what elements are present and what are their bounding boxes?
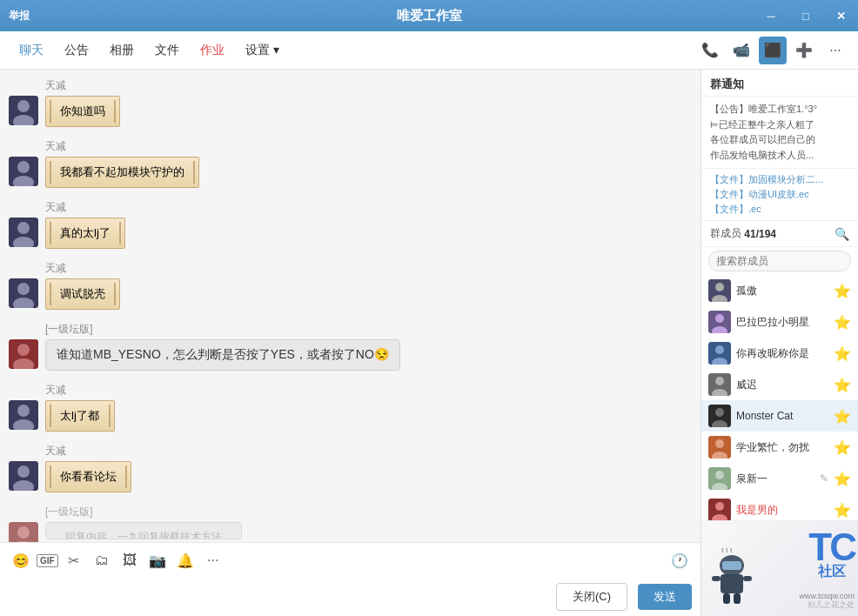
photo-button[interactable]: 📷 [145,548,170,572]
member-avatar [708,405,731,427]
members-header: 群成员 41/194 🔍 [701,221,858,247]
member-search-input[interactable] [708,251,851,271]
member-item[interactable]: 巴拉巴拉小明星 ⭐ [701,306,858,338]
title-bar-controls: ─ □ ✕ [754,0,858,31]
msg-sender: 天减 [45,200,680,215]
folder-button[interactable]: 🗂 [90,548,114,572]
svg-rect-61 [743,576,752,581]
screen-share-btn[interactable]: ⬛ [759,37,787,64]
avatar [9,218,38,247]
avatar [9,339,38,369]
member-item[interactable]: 我是男的 ⭐ [701,494,858,520]
member-name: 孤傲 [736,284,828,298]
chat-bubble: 你看看论坛 [45,461,131,492]
member-avatar [708,467,731,490]
member-search-icon[interactable]: 🔍 [835,227,849,241]
members-label: 群成员 [710,226,741,241]
sidebar: 群通知 【公告】唯爱工作室1.°3° ⊨已经正整牛之亲人粗了 各位群成员可以把自… [701,70,858,616]
member-item[interactable]: 孤傲 ⭐ [701,275,858,306]
chat-bubble: ...回复内容，一九回复搜载技术方法... [45,522,242,539]
member-name: 你再改昵称你是 [736,346,828,361]
bubble-text: 谁知道MB_YESNO，怎么判断是否按了YES，或者按了NO😒 [57,347,389,361]
member-avatar [708,499,731,520]
avatar [9,461,38,491]
menu-announcement[interactable]: 公告 [54,37,99,64]
msg-sender: 天减 [45,78,680,93]
member-item[interactable]: 你再改昵称你是 ⭐ [701,338,858,369]
chat-toolbar: 😊 GIF ✂ 🗂 🖼 📷 🔔 ··· 🕐 [0,542,700,578]
file-link-1[interactable]: 【文件】加固模块分析二... [710,172,849,187]
send-button[interactable]: 发送 [638,584,692,610]
gif-button[interactable]: GIF [37,554,58,567]
messages-scroll[interactable]: 天减 你知道吗 [0,70,700,542]
msg-row: 你看看论坛 [9,461,680,492]
bubble-text: 真的太lj了 [60,226,111,239]
svg-point-31 [715,345,724,354]
svg-point-7 [17,222,30,234]
tc-logo: TC 社区 [808,528,855,581]
member-avatar [708,373,731,396]
member-avatar [708,342,731,365]
bubble-text: 我都看不起加模块守护的 [60,165,184,178]
member-badge-icon: ⭐ [834,502,851,519]
svg-rect-58 [722,561,741,570]
minimize-button[interactable]: ─ [754,0,788,31]
more-options-btn[interactable]: ··· [821,37,849,64]
svg-point-4 [17,161,30,173]
group-notice-title: 群通知 [701,70,858,97]
chat-bubble: 我都看不起加模块守护的 [45,157,199,188]
message-group-1: 天减 你知道吗 [9,78,680,127]
member-item[interactable]: 泉新一 ✎ ⭐ [701,463,858,494]
menu-file[interactable]: 文件 [144,37,190,64]
file-link-3[interactable]: 【文件】.ec [710,202,849,217]
message-group-6: 天减 太lj了都 [9,383,680,432]
member-badge-icon: ⭐ [834,314,851,331]
member-name: 泉新一 [736,472,814,486]
bell-button[interactable]: 🔔 [173,548,198,572]
message-group-5: [一级坛版] 谁知道MB_YESNO，怎么判断是否按了YES，或者按了NO😒 [9,322,680,371]
msg-sender: 天减 [45,383,680,398]
message-group-8: [一级坛版] ...回复内容，一九回复搜载技术方法... [9,505,680,542]
emoji-button[interactable]: 😊 [9,548,33,572]
cut-button[interactable]: ✂ [62,548,86,572]
svg-rect-62 [723,593,730,604]
menu-bar-right: 📞 📹 ⬛ ➕ ··· [696,37,849,64]
avatar [9,522,38,542]
clock-icon[interactable]: 🕐 [667,548,692,572]
announcement-text: 【公告】唯爱工作室1.°3° ⊨已经正整牛之亲人粗了 各位群成员可以把自己的 作… [710,104,817,160]
image-button[interactable]: 🖼 [117,548,142,572]
file-link-2[interactable]: 【文件】动漫UI皮肤.ec [710,187,849,202]
member-item[interactable]: 威迟 ⭐ [701,369,858,400]
menu-album[interactable]: 相册 [99,37,144,64]
member-item[interactable]: 学业繁忙，勿扰 ⭐ [701,432,858,463]
chat-bubble: 太lj了都 [45,400,115,432]
msg-sender: [一级坛版] [45,322,680,337]
close-chat-button[interactable]: 关闭(C) [556,583,627,611]
svg-point-37 [715,408,724,417]
add-member-btn[interactable]: ➕ [790,37,818,64]
member-item-monster-cat[interactable]: Monster Cat ⭐ [701,400,858,432]
menu-homework[interactable]: 作业 [190,37,235,64]
maximize-button[interactable]: □ [788,0,823,31]
member-badge-icon: ⭐ [834,283,851,299]
phone-icon-btn[interactable]: 📞 [696,37,724,64]
message-group-2: 天减 我都看不起加模块守护的 [9,139,680,188]
chat-bubble: 真的太lj了 [45,218,125,249]
svg-point-40 [715,439,724,448]
member-name: 我是男的 [736,503,828,518]
menu-chat[interactable]: 聊天 [9,37,54,64]
msg-sender: 天减 [45,139,680,154]
svg-point-25 [715,283,724,291]
close-button[interactable]: ✕ [823,0,858,31]
svg-point-13 [17,344,30,356]
svg-point-10 [17,283,30,295]
video-icon-btn[interactable]: 📹 [727,37,755,64]
bubble-text: 你看看论坛 [60,470,117,483]
msg-row: 调试脱壳 [9,278,680,310]
more-toolbar-button[interactable]: ··· [201,548,225,572]
members-count: 41/194 [741,228,776,240]
menu-settings[interactable]: 设置 ▾ [235,37,290,64]
title-bar-report[interactable]: 举报 [9,9,30,23]
send-row: 关闭(C) 发送 [0,578,700,616]
msg-row: 你知道吗 [9,96,680,127]
